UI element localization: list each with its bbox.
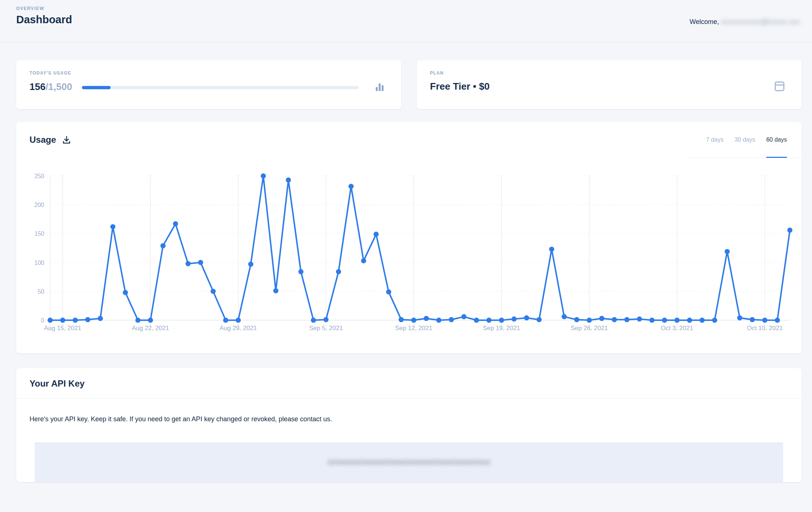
svg-text:Aug 29, 2021: Aug 29, 2021 [219, 325, 257, 332]
tab-60-days[interactable]: 60 days [766, 136, 787, 143]
bar-chart-icon [373, 80, 386, 93]
page-heading-group: OVERVIEW Dashboard [16, 6, 72, 26]
svg-text:Sep 12, 2021: Sep 12, 2021 [395, 325, 432, 332]
user-email-redacted: xxxxxxxxxxx@xxxxx.xxx [721, 18, 800, 26]
api-key-title: Your API Key [16, 368, 802, 398]
svg-text:150: 150 [34, 231, 44, 237]
svg-text:Aug 15, 2021: Aug 15, 2021 [44, 325, 81, 332]
svg-text:50: 50 [38, 288, 44, 295]
svg-text:0: 0 [41, 317, 44, 324]
plan-value: Free Tier • $0 [430, 81, 490, 92]
page-title: Dashboard [16, 14, 72, 26]
svg-text:Oct 3, 2021: Oct 3, 2021 [661, 325, 693, 332]
usage-line-chart: 050100150200250Aug 15, 2021Aug 22, 2021A… [16, 157, 802, 353]
credit-card-icon [773, 80, 786, 92]
usage-chart-card: Usage 7 days 30 days 60 days 05010015020… [16, 122, 802, 353]
svg-text:200: 200 [34, 202, 44, 208]
usage-limit: /1,500 [45, 81, 72, 93]
usage-progress-bar [82, 86, 358, 89]
api-card-divider [16, 398, 802, 399]
todays-usage-stat-line: 156/1,500 [30, 80, 386, 93]
welcome-prefix: Welcome, [690, 18, 719, 25]
svg-text:250: 250 [34, 173, 44, 179]
usage-progress-fill [82, 86, 111, 89]
usage-count: 156 [30, 81, 45, 93]
plan-label: PLAN [430, 70, 786, 76]
tab-7-days[interactable]: 7 days [706, 136, 723, 143]
svg-text:Aug 22, 2021: Aug 22, 2021 [132, 325, 169, 332]
welcome-message: Welcome, xxxxxxxxxxx@xxxxx.xxx [690, 18, 800, 26]
api-key-description: Here's your API key. Keep it safe. If yo… [30, 415, 788, 423]
usage-chart-title: Usage [30, 135, 56, 145]
todays-usage-label: TODAY'S USAGE [30, 70, 386, 76]
svg-text:Sep 5, 2021: Sep 5, 2021 [309, 325, 343, 332]
page-header: OVERVIEW Dashboard Welcome, xxxxxxxxxxx@… [0, 0, 812, 42]
api-key-box: xx/xxxxxxx/xxxxxxx/xxxxxx/xxxxxxxx/xxxxx… [35, 442, 783, 482]
chart-range-tabs: 7 days 30 days 60 days [706, 136, 787, 143]
svg-text:100: 100 [34, 260, 44, 266]
usage-chart-title-group: Usage [30, 135, 72, 145]
download-icon[interactable] [62, 135, 72, 145]
stat-cards-row: TODAY'S USAGE 156/1,500 PLAN Free Tier •… [16, 60, 802, 109]
usage-chart-header: Usage 7 days 30 days 60 days [16, 122, 802, 157]
api-key-value-redacted: xx/xxxxxxx/xxxxxxx/xxxxxx/xxxxxxxx/xxxxx… [327, 459, 490, 466]
plan-card: PLAN Free Tier • $0 [417, 60, 802, 109]
svg-text:Sep 26, 2021: Sep 26, 2021 [570, 325, 608, 332]
svg-text:Sep 19, 2021: Sep 19, 2021 [483, 325, 520, 332]
api-key-card: Your API Key Here's your API key. Keep i… [16, 368, 802, 482]
tab-30-days[interactable]: 30 days [735, 136, 755, 143]
todays-usage-card: TODAY'S USAGE 156/1,500 [16, 60, 401, 109]
breadcrumb: OVERVIEW [16, 6, 72, 11]
plan-value-row: Free Tier • $0 [430, 80, 786, 92]
svg-text:Oct 10, 2021: Oct 10, 2021 [747, 325, 782, 332]
